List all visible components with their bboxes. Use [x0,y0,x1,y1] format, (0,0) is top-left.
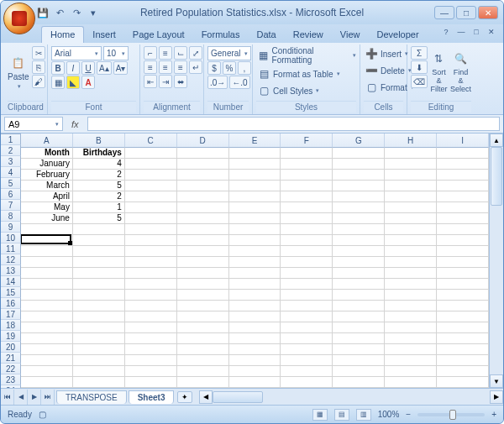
underline-button[interactable]: U [81,61,95,75]
cells-area[interactable]: MonthBirthdaysJanuary4February2March5Apr… [21,148,489,388]
align-middle-button[interactable]: ≡ [159,46,172,60]
col-header-D[interactable]: D [177,133,229,148]
grow-font-button[interactable]: A▴ [97,61,112,75]
cell-G8[interactable] [333,224,385,235]
copy-button[interactable]: ⎘ [32,60,45,74]
row-header-10[interactable]: 10 [1,233,21,243]
cell-B17[interactable] [73,322,125,333]
cell-G17[interactable] [333,322,385,333]
cell-G7[interactable] [333,213,385,224]
name-box[interactable]: A9▾ [4,117,63,131]
cell-C9[interactable] [125,235,177,246]
cell-A11[interactable] [21,257,73,268]
row-header-19[interactable]: 19 [1,331,21,342]
orientation-button[interactable]: ⤢ [189,46,202,60]
cell-C4[interactable] [125,181,177,191]
cell-D16[interactable] [177,311,229,322]
cell-I1[interactable] [437,148,489,159]
maximize-button[interactable]: □ [456,6,476,19]
cell-I4[interactable] [437,181,489,191]
minimize-button[interactable]: — [434,6,454,19]
increase-indent-button[interactable]: ⇥ [159,75,172,88]
cell-D12[interactable] [177,268,229,279]
cell-B4[interactable]: 5 [73,181,125,191]
cell-F12[interactable] [281,268,333,279]
zoom-in-button[interactable]: + [491,410,496,419]
cell-B12[interactable] [73,268,125,279]
cell-H16[interactable] [385,311,437,322]
cell-A18[interactable] [21,333,73,344]
cell-D20[interactable] [177,355,229,366]
cell-B19[interactable] [73,344,125,355]
cell-D4[interactable] [177,181,229,191]
cell-G3[interactable] [333,170,385,181]
cell-F21[interactable] [281,366,333,377]
cell-H3[interactable] [385,170,437,181]
cell-A14[interactable] [21,290,73,301]
row-header-18[interactable]: 18 [1,320,21,331]
cell-A13[interactable] [21,279,73,290]
cell-D2[interactable] [177,159,229,170]
cell-A21[interactable] [21,366,73,377]
cell-H9[interactable] [385,235,437,246]
cell-B20[interactable] [73,355,125,366]
scroll-left-icon[interactable]: ◀ [199,390,213,404]
worksheet-grid[interactable]: 1234567891011121314151617181920212223242… [1,133,503,388]
borders-button[interactable]: ▦ [51,76,65,89]
font-color-button[interactable]: A [81,76,95,89]
cell-B5[interactable]: 2 [73,191,125,202]
tab-developer[interactable]: Developer [368,27,427,43]
cell-E18[interactable] [229,333,281,344]
cell-I20[interactable] [437,355,489,366]
cell-I19[interactable] [437,344,489,355]
cell-A20[interactable] [21,355,73,366]
cell-A5[interactable]: April [21,191,73,202]
row-header-22[interactable]: 22 [1,364,21,374]
cell-D11[interactable] [177,257,229,268]
cell-E10[interactable] [229,246,281,257]
col-header-F[interactable]: F [281,133,333,148]
tab-review[interactable]: Review [285,27,332,43]
cell-B1[interactable]: Birthdays [73,148,125,159]
row-header-7[interactable]: 7 [1,200,21,211]
cell-B14[interactable] [73,290,125,301]
cell-C2[interactable] [125,159,177,170]
cell-G15[interactable] [333,301,385,311]
macro-record-icon[interactable]: ▢ [39,410,46,419]
cell-A7[interactable]: June [21,213,73,224]
cell-G21[interactable] [333,366,385,377]
align-center-button[interactable]: ≡ [159,60,172,74]
cell-F2[interactable] [281,159,333,170]
sort-filter-button[interactable]: ⇅Sort & Filter [430,46,448,98]
undo-icon[interactable]: ↶ [53,6,66,19]
col-header-C[interactable]: C [125,133,177,148]
merge-button[interactable]: ⬌ [174,75,187,88]
cell-F11[interactable] [281,257,333,268]
cell-D8[interactable] [177,224,229,235]
row-header-9[interactable]: 9 [1,222,21,233]
cell-B15[interactable] [73,301,125,311]
cell-A3[interactable]: February [21,170,73,181]
cell-D5[interactable] [177,191,229,202]
cell-D6[interactable] [177,202,229,213]
cell-D19[interactable] [177,344,229,355]
cell-G11[interactable] [333,257,385,268]
cell-C1[interactable] [125,148,177,159]
row-header-8[interactable]: 8 [1,211,21,222]
cell-E17[interactable] [229,322,281,333]
cell-F22[interactable] [281,377,333,388]
shrink-font-button[interactable]: A▾ [113,61,129,75]
cell-G16[interactable] [333,311,385,322]
cell-C20[interactable] [125,355,177,366]
col-header-E[interactable]: E [229,133,281,148]
cell-G4[interactable] [333,181,385,191]
cell-G13[interactable] [333,279,385,290]
cell-A15[interactable] [21,301,73,311]
cell-E19[interactable] [229,344,281,355]
save-icon[interactable]: 💾 [36,6,50,19]
cell-F8[interactable] [281,224,333,235]
row-header-21[interactable]: 21 [1,353,21,364]
cell-F6[interactable] [281,202,333,213]
cell-I8[interactable] [437,224,489,235]
scroll-down-icon[interactable]: ▼ [490,374,503,388]
